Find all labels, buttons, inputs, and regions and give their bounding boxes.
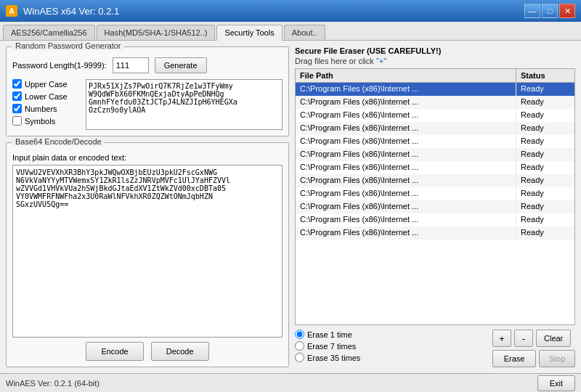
erase-35-radio[interactable] bbox=[295, 353, 304, 362]
col-header-status: Status bbox=[516, 69, 574, 82]
file-status: Ready bbox=[516, 96, 574, 109]
tab-security[interactable]: Securtiy Tools bbox=[216, 25, 282, 41]
left-panel: Random Password Generator Password Lengt… bbox=[6, 46, 289, 367]
close-button[interactable]: ✕ bbox=[559, 4, 575, 18]
clear-button[interactable]: Clear bbox=[536, 330, 571, 347]
exit-button[interactable]: Exit bbox=[537, 375, 575, 391]
file-row[interactable]: C:\Program Files (x86)\Internet ... Read… bbox=[296, 122, 574, 135]
window-title: WinAES x64 Ver: 0.2.1 bbox=[23, 6, 119, 17]
file-path: C:\Program Files (x86)\Internet ... bbox=[296, 83, 516, 96]
file-row[interactable]: C:\Program Files (x86)\Internet ... Read… bbox=[296, 96, 574, 109]
tab-aes[interactable]: AES256/Camellia256 bbox=[3, 25, 95, 40]
checkbox-lowercase-input[interactable] bbox=[12, 91, 22, 101]
checkbox-lowercase-label: Lower Case bbox=[25, 92, 68, 101]
checkboxes-col: Upper Case Lower Case Numbers Symbo bbox=[12, 79, 81, 130]
tab-about[interactable]: About.. bbox=[284, 25, 325, 40]
file-path: C:\Program Files (x86)\Internet ... bbox=[296, 135, 516, 148]
erase-7-option: Erase 7 times bbox=[295, 341, 488, 351]
file-status: Ready bbox=[516, 109, 574, 122]
file-table-header: File Path Status bbox=[296, 69, 574, 83]
title-bar-left: A WinAES x64 Ver: 0.2.1 bbox=[6, 5, 119, 17]
app-icon: A bbox=[6, 5, 17, 17]
file-row[interactable]: C:\Program Files (x86)\Internet ... Read… bbox=[296, 83, 574, 96]
file-status: Ready bbox=[516, 148, 574, 161]
main-window: AES256/Camellia256 Hash(MD5/SHA-1/SHA512… bbox=[0, 22, 581, 392]
generate-button[interactable]: Generate bbox=[155, 57, 207, 73]
erase-7-radio[interactable] bbox=[295, 341, 304, 351]
file-row[interactable]: C:\Program Files (x86)\Internet ... Read… bbox=[296, 148, 574, 161]
file-path: C:\Program Files (x86)\Internet ... bbox=[296, 200, 516, 213]
checkbox-symbols: Symbols bbox=[12, 116, 81, 126]
add-remove-row: + - Clear bbox=[492, 330, 575, 347]
file-row[interactable]: C:\Program Files (x86)\Internet ... Read… bbox=[296, 109, 574, 122]
file-row[interactable]: C:\Program Files (x86)\Internet ... Read… bbox=[296, 187, 574, 200]
encode-button[interactable]: Encode bbox=[86, 342, 143, 361]
pw-length-input[interactable] bbox=[113, 57, 149, 73]
content-area: Random Password Generator Password Lengt… bbox=[0, 41, 581, 373]
status-bar: WinAES Ver: 0.2.1 (64-bit) Exit bbox=[0, 373, 581, 392]
file-row[interactable]: C:\Program Files (x86)\Internet ... Read… bbox=[296, 200, 574, 213]
file-status: Ready bbox=[516, 200, 574, 213]
erase-1-radio[interactable] bbox=[295, 330, 304, 339]
file-status: Ready bbox=[516, 174, 574, 187]
file-path: C:\Program Files (x86)\Internet ... bbox=[296, 187, 516, 200]
checkbox-numbers-input[interactable] bbox=[12, 104, 22, 113]
file-path: C:\Program Files (x86)\Internet ... bbox=[296, 148, 516, 161]
drag-hint: Drag files here or click "+" bbox=[295, 57, 575, 65]
erase-button[interactable]: Erase bbox=[492, 350, 536, 367]
checkboxes-and-text: Upper Case Lower Case Numbers Symbo bbox=[12, 79, 283, 130]
status-text: WinAES Ver: 0.2.1 (64-bit) bbox=[6, 379, 99, 388]
checkbox-numbers-label: Numbers bbox=[25, 105, 57, 113]
pw-length-label: Password Length(1-9999): bbox=[12, 61, 107, 70]
file-row[interactable]: C:\Program Files (x86)\Internet ... Read… bbox=[296, 213, 574, 226]
file-row[interactable]: C:\Program Files (x86)\Internet ... Read… bbox=[296, 161, 574, 174]
checkbox-uppercase: Upper Case bbox=[12, 79, 81, 89]
base64-title: Base64 Encode/Decode bbox=[12, 137, 105, 146]
password-generator-group: Random Password Generator Password Lengt… bbox=[6, 46, 289, 136]
secure-eraser: Secure File Eraser (USE CAREFULLY!) Drag… bbox=[295, 46, 575, 367]
file-path: C:\Program Files (x86)\Internet ... bbox=[296, 122, 516, 135]
checkbox-uppercase-input[interactable] bbox=[12, 79, 22, 89]
secure-eraser-title: Secure File Eraser (USE CAREFULLY!) bbox=[295, 46, 575, 55]
file-status: Ready bbox=[516, 122, 574, 135]
file-path: C:\Program Files (x86)\Internet ... bbox=[296, 174, 516, 187]
base64-textarea[interactable]: VUVwU2VEVXhXR3BhY3pkJWQwOXBjbEUzU3pkU2Fs… bbox=[12, 165, 283, 338]
file-status: Ready bbox=[516, 135, 574, 148]
tabs-bar: AES256/Camellia256 Hash(MD5/SHA-1/SHA512… bbox=[0, 22, 581, 41]
file-status: Ready bbox=[516, 187, 574, 200]
erase-35-option: Erase 35 times bbox=[295, 353, 488, 362]
stop-button[interactable]: Stop bbox=[539, 350, 575, 367]
plus-hint: "+" bbox=[376, 57, 386, 65]
title-bar-buttons: — □ ✕ bbox=[524, 4, 575, 18]
file-status: Ready bbox=[516, 213, 574, 226]
checkbox-symbols-input[interactable] bbox=[12, 116, 22, 126]
generated-password-text[interactable]: PJRx51XjZs7PwOirQ7K7RjZe1w3TFyWmy W9QdWF… bbox=[86, 79, 283, 130]
file-row[interactable]: C:\Program Files (x86)\Internet ... Read… bbox=[296, 226, 574, 240]
erase-7-label: Erase 7 times bbox=[307, 342, 356, 351]
encode-decode-row: Encode Decode bbox=[12, 342, 283, 361]
remove-file-button[interactable]: - bbox=[514, 330, 533, 347]
tab-hash[interactable]: Hash(MD5/SHA-1/SHA512..) bbox=[97, 25, 216, 40]
base64-input-label: Input plain data or encoded text: bbox=[12, 153, 283, 162]
file-row[interactable]: C:\Program Files (x86)\Internet ... Read… bbox=[296, 135, 574, 148]
erase-35-label: Erase 35 times bbox=[307, 354, 360, 362]
file-path: C:\Program Files (x86)\Internet ... bbox=[296, 226, 516, 240]
password-length-row: Password Length(1-9999): Generate bbox=[12, 57, 283, 73]
minimize-button[interactable]: — bbox=[524, 4, 540, 18]
maximize-button[interactable]: □ bbox=[542, 4, 558, 18]
add-file-button[interactable]: + bbox=[492, 330, 511, 347]
file-table-scroll[interactable]: C:\Program Files (x86)\Internet ... Read… bbox=[296, 83, 574, 324]
erase-1-option: Erase 1 time bbox=[295, 330, 488, 339]
erase-1-label: Erase 1 time bbox=[307, 330, 352, 339]
title-bar: A WinAES x64 Ver: 0.2.1 — □ ✕ bbox=[0, 0, 581, 22]
decode-button[interactable]: Decode bbox=[151, 342, 209, 361]
checkbox-symbols-label: Symbols bbox=[25, 117, 55, 126]
file-status: Ready bbox=[516, 161, 574, 174]
erase-buttons-col: + - Clear Erase Stop bbox=[492, 330, 575, 367]
erase-controls: Erase 1 time Erase 7 times Erase 35 time… bbox=[295, 330, 575, 367]
erase-options: Erase 1 time Erase 7 times Erase 35 time… bbox=[295, 330, 488, 362]
checkbox-lowercase: Lower Case bbox=[12, 91, 81, 101]
checkbox-numbers: Numbers bbox=[12, 104, 81, 113]
file-row[interactable]: C:\Program Files (x86)\Internet ... Read… bbox=[296, 174, 574, 187]
file-status: Ready bbox=[516, 226, 574, 240]
